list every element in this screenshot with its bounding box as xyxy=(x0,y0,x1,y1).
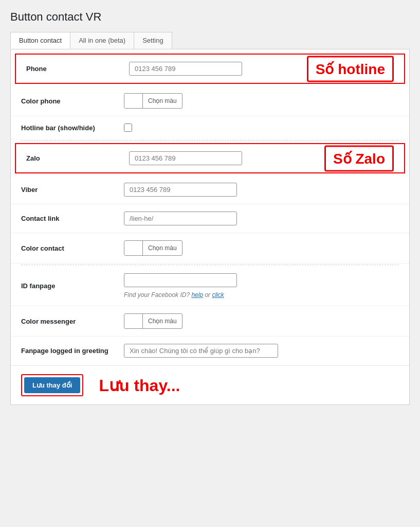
id-fanpage-row: ID fanpage Find your Facebook ID? help o… xyxy=(11,266,409,306)
tab-all-in-one[interactable]: All in one (beta) xyxy=(70,32,134,49)
hotline-annotation-text: Số hotline xyxy=(316,61,385,77)
zalo-row: Zalo Số Zalo xyxy=(15,143,405,173)
color-contact-btn-label: Chọn màu xyxy=(143,242,182,254)
color-messenger-btn-label: Chọn màu xyxy=(143,315,182,327)
viber-input[interactable] xyxy=(124,183,237,197)
color-messenger-button[interactable]: Chọn màu xyxy=(124,313,182,329)
color-messenger-label: Color messenger xyxy=(21,318,124,325)
zalo-annotation-box: Số Zalo xyxy=(324,145,394,171)
id-fanpage-label: ID fanpage xyxy=(21,282,124,290)
color-contact-row: Color contact Chọn màu xyxy=(11,233,409,264)
tab-setting[interactable]: Setting xyxy=(134,32,172,49)
color-phone-swatch xyxy=(124,94,143,108)
viber-row: Viber xyxy=(11,175,409,204)
color-phone-content: Chọn màu xyxy=(124,93,399,109)
save-annotation-text: Lưu thay... xyxy=(99,376,180,395)
color-contact-content: Chọn màu xyxy=(124,240,399,256)
separator-1 xyxy=(21,140,399,141)
fanpage-click-link[interactable]: click xyxy=(212,291,224,298)
id-fanpage-input[interactable] xyxy=(124,273,237,287)
fanpage-greeting-content xyxy=(124,344,399,358)
tab-bar: Button contact All in one (beta) Setting xyxy=(10,32,410,49)
tab-button-contact[interactable]: Button contact xyxy=(10,32,70,49)
save-section: Lưu thay đổi Lưu thay... xyxy=(11,365,409,405)
phone-row: Phone Số hotline xyxy=(15,54,405,84)
viber-content xyxy=(124,183,399,197)
color-phone-button[interactable]: Chọn màu xyxy=(124,93,182,109)
color-messenger-row: Color messenger Chọn màu xyxy=(11,306,409,337)
color-contact-label: Color contact xyxy=(21,244,124,252)
hotline-bar-checkbox[interactable] xyxy=(124,124,132,132)
phone-label: Phone xyxy=(26,65,129,73)
fanpage-help-link[interactable]: help xyxy=(191,291,203,298)
zalo-annotation-text: Số Zalo xyxy=(333,150,385,166)
id-fanpage-sub: Find your Facebook ID? help or click xyxy=(124,289,237,298)
color-contact-swatch xyxy=(124,241,143,255)
color-phone-label: Color phone xyxy=(21,97,124,105)
save-button[interactable]: Lưu thay đổi xyxy=(24,377,80,393)
hotline-bar-row: Hotline bar (show/hide) xyxy=(11,116,409,139)
viber-label: Viber xyxy=(21,186,124,194)
fanpage-greeting-row: Fanpage logged in greeting xyxy=(11,337,409,365)
zalo-input[interactable] xyxy=(129,151,242,165)
color-phone-row: Color phone Chọn màu xyxy=(11,86,409,116)
contact-link-row: Contact link xyxy=(11,204,409,233)
color-contact-button[interactable]: Chọn màu xyxy=(124,240,182,256)
contact-link-label: Contact link xyxy=(21,215,124,222)
hotline-bar-label: Hotline bar (show/hide) xyxy=(21,124,124,132)
hotline-annotation-box: Số hotline xyxy=(307,56,394,82)
zalo-label: Zalo xyxy=(26,154,129,162)
hotline-bar-content xyxy=(124,124,399,132)
contact-link-content xyxy=(124,212,399,225)
settings-panel: Phone Số hotline Color phone Chọn màu Ho… xyxy=(10,49,410,405)
phone-input[interactable] xyxy=(129,62,242,76)
color-messenger-swatch xyxy=(124,314,143,328)
fanpage-greeting-input[interactable] xyxy=(124,344,278,358)
form-section: Phone Số hotline Color phone Chọn màu Ho… xyxy=(11,54,409,365)
id-fanpage-content: Find your Facebook ID? help or click xyxy=(124,273,237,298)
contact-link-input[interactable] xyxy=(124,212,237,225)
fanpage-greeting-label: Fanpage logged in greeting xyxy=(21,347,124,355)
page-title: Button contact VR xyxy=(10,10,410,24)
color-phone-btn-label: Chọn màu xyxy=(143,95,182,107)
save-button-wrapper: Lưu thay đổi xyxy=(21,374,83,396)
separator-2 xyxy=(21,265,399,265)
color-messenger-content: Chọn màu xyxy=(124,313,399,329)
